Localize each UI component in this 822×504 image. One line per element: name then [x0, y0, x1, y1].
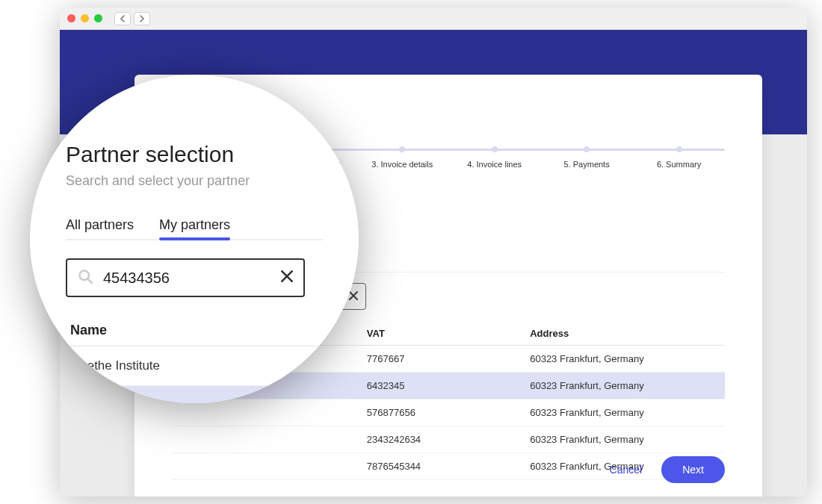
back-button[interactable] [114, 12, 131, 25]
zoom-col-header-name: Name [66, 315, 323, 346]
titlebar [60, 7, 807, 30]
clear-icon[interactable] [349, 290, 358, 303]
col-header-address: Address [530, 328, 720, 339]
col-header-vat: VAT [367, 328, 530, 339]
zoom-section-title: Partner selection [66, 142, 323, 167]
zoom-search-value: 45434356 [103, 270, 271, 287]
footer-actions: Cancel Next [596, 456, 725, 483]
table-row[interactable]: 576877656 60323 Frankfurt, Germany [172, 399, 725, 426]
zoom-search-field[interactable]: 45434356 [66, 258, 305, 297]
zoom-section-subtitle: Search and select your partner [66, 173, 323, 189]
zoom-tab-all-partners[interactable]: All partners [66, 211, 134, 239]
wizard-step-6[interactable]: 6. Summary [633, 143, 725, 169]
clear-icon[interactable] [281, 270, 293, 285]
cancel-button[interactable]: Cancel [596, 456, 656, 483]
nav-buttons [114, 12, 150, 25]
search-icon [78, 269, 93, 287]
zoom-tabs: All partners My partners [66, 211, 323, 240]
close-window-icon[interactable] [67, 14, 75, 22]
next-button[interactable]: Next [661, 456, 725, 483]
zoom-magnifier: Partner selection Search and select your… [30, 75, 359, 403]
window-controls [67, 14, 102, 22]
wizard-step-3[interactable]: 3. Invoice details [356, 143, 448, 169]
zoom-tab-my-partners[interactable]: My partners [159, 211, 230, 239]
maximize-window-icon[interactable] [94, 14, 102, 22]
forward-button[interactable] [134, 12, 150, 25]
wizard-step-4[interactable]: 4. Invoice lines [448, 143, 540, 169]
minimize-window-icon[interactable] [81, 14, 89, 22]
wizard-step-5[interactable]: 5. Payments [541, 143, 633, 169]
table-row[interactable]: 2343242634 60323 Frankfurt, Germany [172, 426, 725, 453]
svg-line-3 [88, 279, 92, 283]
